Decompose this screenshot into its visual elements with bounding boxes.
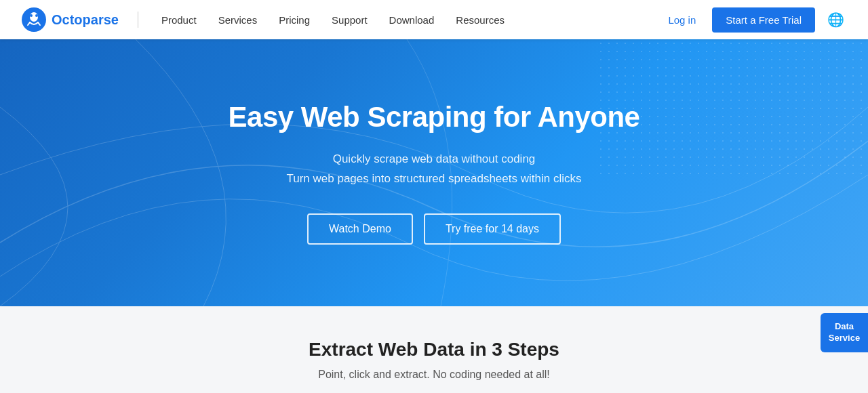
hero-subtitle-line2: Turn web pages into structured spreadshe…: [229, 169, 640, 189]
language-selector[interactable]: 🌐: [825, 9, 846, 30]
steps-section: Extract Web Data in 3 Steps Point, click…: [0, 306, 868, 393]
navbar: Octoparse Product Services Pricing Suppo…: [0, 0, 868, 39]
svg-point-3: [35, 14, 38, 17]
watch-demo-button[interactable]: Watch Demo: [307, 213, 413, 245]
hero-content: Easy Web Scraping for Anyone Quickly scr…: [229, 101, 640, 245]
nav-actions: Log in Start a Free Trial 🌐: [661, 7, 846, 33]
svg-point-2: [30, 14, 33, 17]
start-free-trial-button[interactable]: Start a Free Trial: [712, 7, 815, 33]
hero-subtitle-line1: Quickly scrape web data without coding: [229, 150, 640, 169]
steps-title: Extract Web Data in 3 Steps: [22, 339, 846, 360]
nav-divider: [138, 12, 138, 28]
svg-point-1: [30, 12, 38, 22]
hero-section: Easy Web Scraping for Anyone Quickly scr…: [0, 39, 868, 306]
login-link[interactable]: Log in: [661, 10, 703, 30]
data-service-button[interactable]: Data Service: [821, 313, 868, 352]
logo-link[interactable]: Octoparse: [22, 7, 119, 32]
nav-item-product[interactable]: Product: [152, 9, 206, 31]
nav-item-resources[interactable]: Resources: [446, 9, 514, 31]
hero-subtitle: Quickly scrape web data without coding T…: [229, 150, 640, 189]
hero-title: Easy Web Scraping for Anyone: [229, 101, 640, 133]
nav-links: Product Services Pricing Support Downloa…: [152, 9, 661, 31]
hero-buttons: Watch Demo Try free for 14 days: [229, 213, 640, 245]
logo-icon: [22, 7, 46, 32]
nav-item-pricing[interactable]: Pricing: [269, 9, 319, 31]
nav-item-download[interactable]: Download: [380, 9, 444, 31]
brand-name: Octoparse: [52, 12, 119, 28]
nav-item-support[interactable]: Support: [322, 9, 377, 31]
nav-item-services[interactable]: Services: [209, 9, 267, 31]
try-free-button[interactable]: Try free for 14 days: [424, 213, 561, 245]
steps-subtitle: Point, click and extract. No coding need…: [22, 369, 846, 381]
